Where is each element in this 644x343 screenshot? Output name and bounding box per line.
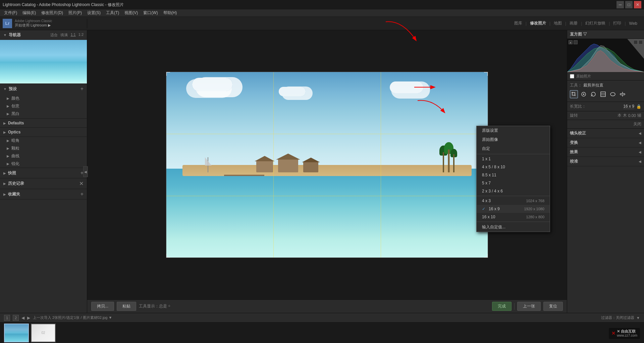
right-panel: 直方图 ▽ ▲ [567, 30, 644, 313]
presets-add-button[interactable]: + [80, 86, 84, 92]
nav-fill[interactable]: 填满 [60, 33, 68, 38]
dropdown-16x10[interactable]: 16 x 10 1280 x 800 [477, 213, 550, 221]
transform-header[interactable]: 变换 ◀ [567, 138, 644, 147]
menu-tools[interactable]: 工具(T) [103, 9, 122, 16]
crop-tool[interactable] [570, 90, 578, 98]
lock-icon[interactable]: 🔒 [636, 104, 641, 109]
optics-header[interactable]: ▶ Optics [0, 128, 87, 136]
nav-tab-print[interactable]: 打印 [610, 19, 624, 27]
nav-tab-web[interactable]: Web [627, 20, 640, 27]
nav-tab-map[interactable]: 地图 [551, 19, 565, 27]
defaults-header[interactable]: ▶ Defaults [0, 119, 87, 127]
menu-edit[interactable]: 编辑(E) [20, 9, 39, 16]
dropdown-sep-3 [477, 222, 550, 222]
presets-header[interactable]: ▼ 预设 + [0, 84, 87, 94]
dropdown-8.5x11[interactable]: 8.5 x 11 [477, 171, 550, 179]
collections-header[interactable]: ▶ 收藏夹 + [0, 189, 87, 199]
effects-header[interactable]: 效果 ◀ [567, 148, 644, 157]
graduated-filter-tool[interactable] [599, 90, 607, 98]
nav-fit[interactable]: 适合 [50, 33, 58, 38]
snapshots-header[interactable]: ▶ 快照 + [0, 168, 87, 178]
details-sub: ▶ 暗角 ▶ 颗粒 ▶ 曲线 ▶ 锐化 [0, 137, 87, 168]
lens-correction-header[interactable]: 镜头校正 ◀ [567, 129, 644, 138]
reset-button[interactable]: 复位 [543, 302, 563, 311]
nav-1to1[interactable]: 1:1 [70, 33, 75, 38]
rotate-icon2[interactable]: 木 [623, 113, 627, 118]
page-num-2[interactable]: 2 [13, 315, 19, 321]
copy-button[interactable]: 拷贝... [91, 302, 114, 311]
navigator-header[interactable]: ▼ 导航器 适合 填满 1:1 1:2 [0, 30, 87, 40]
page-num-1[interactable]: 1 [4, 315, 10, 321]
crop-ratio-dropdown: 原版设置 原始图像 自定 1 x 1 4 x 5 / 8 x 10 8.5 x … [476, 126, 550, 232]
item-sharpen[interactable]: ▶ 锐化 [0, 160, 87, 168]
histogram-label[interactable]: 直方图 ▽ [570, 32, 587, 37]
paste-button[interactable]: 粘贴 [117, 302, 136, 311]
history-header[interactable]: ▶ 历史记录 ✕ [0, 178, 87, 189]
calibration-header[interactable]: 校准 ◀ [567, 157, 644, 166]
dropdown-custom[interactable]: 自定 [477, 144, 550, 153]
collections-add-button[interactable]: + [80, 191, 84, 197]
nav-tab-slideshow[interactable]: 幻灯片放映 [583, 19, 608, 27]
menu-file[interactable]: 文件(F) [1, 9, 20, 16]
item-shadow[interactable]: ▶ 暗角 [0, 137, 87, 145]
adjustment-brush-tool[interactable] [619, 90, 627, 98]
dropdown-enter-custom[interactable]: 输入自定值... [477, 223, 550, 232]
nav-tab-book[interactable]: 画册 [567, 19, 580, 27]
maximize-button[interactable]: □ [625, 1, 633, 8]
menu-view[interactable]: 视图(V) [122, 9, 141, 16]
nav-1to2[interactable]: 1:2 [78, 33, 84, 38]
app-subtitle[interactable]: 开始使用 Lightroom ▶ [15, 23, 52, 28]
done-button[interactable]: 完成 [492, 302, 512, 311]
rotate-icon[interactable]: 本 [618, 113, 622, 118]
dropdown-1x1[interactable]: 1 x 1 [477, 155, 550, 163]
dropdown-4x5[interactable]: 4 x 5 / 8 x 10 [477, 163, 550, 171]
history-title: 历史记录 [8, 181, 24, 186]
svg-rect-5 [601, 92, 605, 97]
menu-help[interactable]: 帮助(H) [161, 9, 180, 16]
dropdown-16x9[interactable]: ✓ 16 x 9 1920 x 1080 [477, 205, 550, 213]
dropdown-5x7[interactable]: 5 x 7 [477, 179, 550, 187]
preset-colors[interactable]: ▶ 颜色 [0, 95, 87, 102]
original-photo-checkbox[interactable] [570, 74, 574, 78]
history-close-button[interactable]: ✕ [79, 180, 84, 187]
spot-heal-tool[interactable] [580, 90, 588, 98]
item-curves[interactable]: ▶ 曲线 [0, 152, 87, 160]
red-eye-tool[interactable] [589, 90, 597, 98]
optics-title: Optics [8, 130, 20, 134]
svg-rect-9 [620, 94, 625, 95]
dropdown-original-image[interactable]: 原始图像 [477, 135, 550, 144]
titlebar-title: Lightroom Catalog - Adobe Photoshop Ligh… [3, 2, 124, 8]
minimize-button[interactable]: ─ [616, 1, 624, 8]
filmstrip-images: 02 [0, 323, 644, 343]
dropdown-4x3[interactable]: 4 x 3 1024 x 768 [477, 197, 550, 205]
close-crop-label[interactable]: 关闭 [633, 121, 641, 127]
nav-tab-library[interactable]: 图库 [512, 19, 525, 27]
preset-creative[interactable]: ▶ 创意 [0, 102, 87, 110]
close-button[interactable]: ✕ [634, 1, 641, 8]
left-panel-collapse[interactable]: ◀ [83, 166, 87, 177]
dropdown-check-icon: ✓ [482, 207, 485, 211]
preset-bw[interactable]: ▶ 黑白 [0, 110, 87, 118]
dropdown-item-label: 原版设置 [482, 128, 498, 133]
dropdown-item-label: 原始图像 [482, 137, 498, 142]
dropdown-sep-1 [477, 154, 550, 154]
dropdown-original-settings[interactable]: 原版设置 [477, 126, 550, 135]
dropdown-item-label: 自定 [482, 146, 490, 152]
dropdown-2x3[interactable]: 2 x 3 / 4 x 6 [477, 187, 550, 195]
collections-title: 收藏夹 [8, 191, 20, 197]
item-grain[interactable]: ▶ 颗粒 [0, 145, 87, 152]
menu-photo[interactable]: 照片(P) [66, 9, 85, 16]
filter-dropdown-icon[interactable]: ▼ [636, 316, 640, 320]
menu-settings[interactable]: 设置(S) [85, 9, 103, 16]
filmstrip-prev[interactable]: ◀ [21, 316, 24, 320]
prev-button[interactable]: 上一张 [517, 302, 541, 311]
crop-ratio-value[interactable]: 16 x 9 [623, 104, 634, 109]
angle-adjust-icon[interactable]: 辅 [637, 113, 641, 118]
menu-window[interactable]: 窗口(W) [141, 9, 160, 16]
thumb-1[interactable] [4, 324, 29, 342]
menu-develop[interactable]: 修改照片(D) [39, 9, 66, 16]
filmstrip-next[interactable]: ▶ [27, 316, 30, 320]
nav-tab-develop[interactable]: 修改照片 [527, 19, 549, 27]
thumb-2[interactable]: 02 [31, 324, 56, 342]
radial-filter-tool[interactable] [609, 90, 617, 98]
